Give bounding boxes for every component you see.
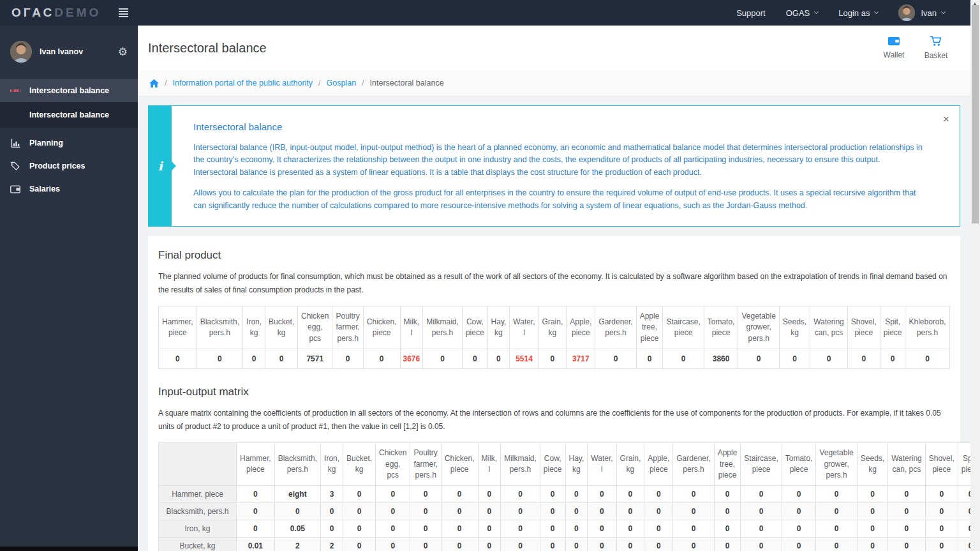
matrix-value-cell: 0 [888,486,926,503]
matrix-value-cell: 0 [741,486,782,503]
fp-values-row: 000075710036760005514037170003860000000 [159,349,950,369]
matrix-value-cell: 0 [588,520,616,538]
page-title: Intersectoral balance [148,41,267,56]
fp-column-header: Khleborob, pers.h [905,306,949,349]
matrix-row-header: Hammer, piece [159,486,237,503]
matrix-value-cell: 0 [857,503,887,520]
fp-value-cell: 5514 [510,349,538,369]
matrix-value-cell: 0 [565,503,588,520]
fp-column-header: Vegetable grower, pers.h [738,306,779,349]
matrix-value-cell: 0 [588,503,616,520]
fp-column-header: Gardener, pers.h [595,306,636,349]
matrix-value-cell: 0 [540,486,565,503]
matrix-value-cell: 0 [540,503,565,520]
matrix-value-cell: 0 [888,538,926,551]
fp-column-header: Apple, piece [567,306,595,349]
fp-value-cell: 0 [880,349,905,369]
fp-column-header: Milk, l [400,306,423,349]
matrix-value-cell: 0 [925,538,958,551]
matrix-value-cell: 0 [816,486,857,503]
fp-value-cell: 3860 [704,349,738,369]
matrix-value-cell: 0 [540,520,565,538]
matrix-column-header: Watering can, pcs [888,443,926,486]
matrix-value-cell: 0 [616,520,644,538]
breadcrumb-link-portal[interactable]: Information portal of the public authori… [172,79,313,87]
matrix-value-cell: 0 [782,486,816,503]
scrollbar[interactable] [970,0,980,551]
bar-chart-icon [10,139,20,148]
support-link[interactable]: Support [736,8,766,18]
info-paragraph: Intersectoral balance (IRB, input-output… [193,142,938,179]
chevron-down-icon [814,10,819,14]
sidebar-item-product-prices[interactable]: Product prices [0,155,138,177]
matrix-value-cell: 0.01 [237,538,275,551]
main-area: Intersectoral balance Wallet Basket / In… [138,26,970,551]
matrix-value-cell: 0 [673,538,714,551]
info-accent-bar: i [149,106,172,226]
sidebar-subitem-intersectoral-balance[interactable]: Intersectoral balance [0,102,138,128]
basket-button[interactable]: Basket [919,36,953,60]
fp-column-header: Blacksmith, pers.h [197,306,242,349]
matrix-value-cell: 0 [478,520,501,538]
content-card: Final product The planned volume of prod… [148,236,960,551]
sidebar-item-intersectoral-balance[interactable]: Intersectoral balance [0,79,138,102]
matrix-column-header: Vegetable grower, pers.h [816,443,857,486]
wallet-button[interactable]: Wallet [877,36,910,60]
matrix-value-cell: 0 [925,486,958,503]
matrix-value-cell: 0 [441,486,478,503]
matrix-value-cell: 0 [501,503,540,520]
fp-value-cell: 0 [847,349,880,369]
matrix-value-cell: 0 [588,486,616,503]
gear-icon[interactable]: ⚙ [118,47,128,57]
matrix-value-cell: 0 [410,538,441,551]
header-actions: Wallet Basket [877,36,953,60]
close-icon[interactable]: × [943,114,949,125]
matrix-value-cell: 0 [343,503,376,520]
ogas-menu[interactable]: OGAS [786,8,819,18]
fp-value-cell: 0 [487,349,510,369]
final-product-heading: Final product [158,249,950,262]
chevron-down-icon [874,10,879,14]
user-menu[interactable]: Ivan [898,4,945,21]
matrix-value-cell: 0 [857,520,887,538]
matrix-value-cell: 0 [616,538,644,551]
page-header: Intersectoral balance Wallet Basket [138,26,970,70]
home-icon[interactable] [149,79,159,87]
breadcrumb: / Information portal of the public autho… [138,70,970,96]
matrix-value-cell: 0 [540,538,565,551]
matrix-value-cell: 0 [673,503,714,520]
tag-icon [10,162,20,170]
matrix-value-cell: 0 [644,520,673,538]
fp-value-cell: 0 [663,349,704,369]
matrix-column-header: Chicken egg, pcs [376,443,410,486]
matrix-column-header: Milkmaid, pers.h [501,443,540,486]
scrollbar-thumb[interactable] [972,5,979,223]
matrix-value-cell: 0 [644,503,673,520]
fp-column-header: Hammer, piece [159,306,197,349]
final-product-table: Hammer, pieceBlacksmith, pers.hIron, kgB… [158,306,950,369]
matrix-value-cell: 0 [501,538,540,551]
top-bar: ОГАСDEMO Support OGAS Login as Ivan [0,0,980,26]
sidebar-item-planning[interactable]: Planning [0,132,138,155]
matrix-value-cell: 0 [782,503,816,520]
wallet-icon [10,185,20,193]
top-navigation: Support OGAS Login as Ivan [736,4,945,21]
grid-icon [10,89,20,92]
hamburger-menu-icon[interactable] [119,7,128,19]
chevron-down-icon [123,88,128,93]
breadcrumb-link-gosplan[interactable]: Gosplan [327,79,357,87]
sidebar-item-salaries[interactable]: Salaries [0,177,138,200]
basket-icon [930,38,942,49]
login-as-menu[interactable]: Login as [838,8,878,18]
matrix-value-cell: 0 [321,520,343,538]
matrix-column-header: Blacksmith, pers.h [274,443,320,486]
fp-column-header: Shovel, piece [847,306,880,349]
matrix-row: Hammer, piece0eight300000000000000000000… [159,486,971,503]
matrix-value-cell: 2 [274,538,320,551]
fp-value-cell: 0 [905,349,949,369]
matrix-value-cell: 0 [410,486,441,503]
matrix-row-header: Iron, kg [159,520,237,538]
fp-column-header: Seeds, kg [779,306,810,349]
logo-secondary: DEMO [54,6,101,19]
matrix-value-cell: 0 [958,503,970,520]
